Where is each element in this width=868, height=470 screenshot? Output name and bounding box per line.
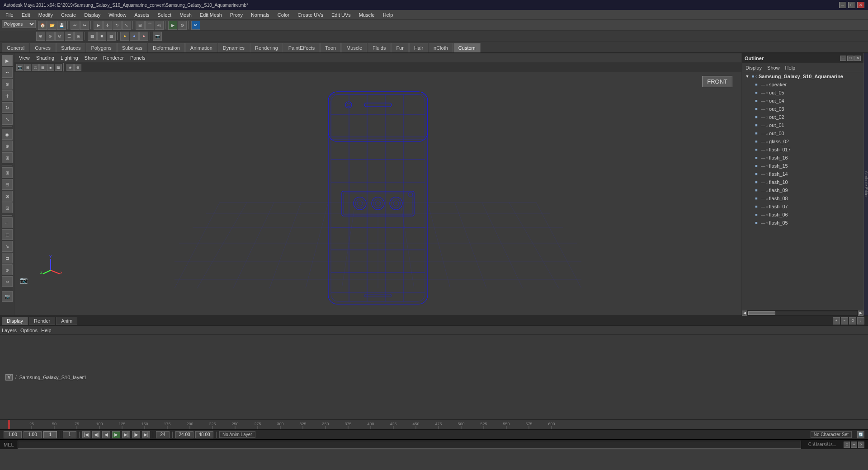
menu-help[interactable]: Help [379,11,397,19]
tab-polygons[interactable]: Polygons [86,43,116,52]
tab-muscle[interactable]: Muscle [341,43,367,52]
list-item-glass02[interactable]: ■ —○ glass_02 [742,137,863,146]
menu-muscle[interactable]: Muscle [355,11,378,19]
list-item-out01[interactable]: ■ —○ out_01 [742,121,863,129]
tab-anim[interactable]: Anim [56,317,77,325]
outliner-minimize[interactable]: ─ [840,56,846,61]
pb-next-key[interactable]: ▶| [122,431,130,438]
tb2-btn4[interactable]: ☰ [65,32,74,41]
tab-subdivas[interactable]: Subdivas [117,43,147,52]
tb-snap-curve[interactable]: ⌒ [145,21,154,30]
list-item-flash07[interactable]: ■ —○ flash_07 [742,202,863,211]
list-item-out05[interactable]: ■ —○ out_05 [742,89,863,97]
close-button[interactable]: ✕ [857,2,864,8]
playback-total-field[interactable] [195,431,213,438]
tb-move[interactable]: ✛ [103,21,112,30]
playback-range-end[interactable] [156,431,170,438]
pb-go-end[interactable]: ▶| [142,431,150,438]
list-item-out00[interactable]: ■ —○ out_00 [742,129,863,137]
vt-wireframe[interactable]: ▦ [39,64,47,71]
list-item-flash14[interactable]: ■ —○ flash_14 [742,170,863,178]
scroll-left-btn[interactable]: ◀ [742,310,747,316]
viewport-menu-shading[interactable]: Shading [33,55,57,61]
lt-select[interactable]: ▶ [2,55,13,66]
scroll-right-btn[interactable]: ▶ [858,310,863,316]
tb-undo[interactable]: ↩ [71,21,80,30]
vt-textured[interactable]: ▩ [55,64,62,71]
tb-select[interactable]: ▶ [94,21,103,30]
pb-go-start[interactable]: |◀ [82,431,90,438]
lo-help[interactable]: Help [41,328,52,333]
menu-create[interactable]: Create [57,11,80,19]
list-item-out03[interactable]: ■ —○ out_03 [742,105,863,113]
tb2-btn1[interactable]: ⊕ [36,32,45,41]
vt-solid[interactable]: ■ [47,64,54,71]
list-item-flash16[interactable]: ■ —○ flash_16 [742,154,863,162]
pb-prev-key[interactable]: ◀ [102,431,110,438]
lt-squash[interactable]: ⊐ [2,253,13,263]
lt-lasso[interactable]: ⊛ [2,79,13,89]
outliner-maximize[interactable]: □ [847,56,854,61]
menu-edit[interactable]: Edit [18,11,34,19]
viewport-menu-lighting[interactable]: Lighting [58,55,81,61]
vt-select-camera[interactable]: 📷 [16,64,24,71]
playback-range-start[interactable] [63,431,76,438]
tb2-btn5[interactable]: ⊞ [74,32,83,41]
tb2-wire[interactable]: ▦ [88,32,97,41]
tb-open[interactable]: 📂 [47,21,57,30]
tb2-light2[interactable]: ● [130,32,139,41]
viewport-menu-panels[interactable]: Panels [127,55,148,61]
lt-measure[interactable]: ⊠ [2,191,13,202]
tb-snap-grid[interactable]: ⊞ [136,21,145,30]
list-item-out02[interactable]: ■ —○ out_02 [742,113,863,121]
playback-end-field[interactable] [175,431,193,438]
tab-animation[interactable]: Animation [185,43,217,52]
lt-show-manip[interactable]: ⊞ [2,152,13,163]
list-item-flash017[interactable]: ■ —○ flash_017 [742,146,863,154]
list-item-flash09[interactable]: ■ —○ flash_09 [742,186,863,194]
minimize-button[interactable]: ─ [839,2,846,8]
no-anim-layer-label[interactable]: No Anim Layer [219,431,255,438]
lt-grid[interactable]: ⊞ [2,167,13,178]
menu-normals[interactable]: Normals [247,11,273,19]
polygon-selector[interactable]: Polygons [2,20,36,28]
outliner-menu-display[interactable]: Display [744,65,764,71]
tab-painteffects[interactable]: PaintEffects [283,43,320,52]
tab-ncloth[interactable]: nCloth [429,43,453,52]
list-item-flash06[interactable]: ■ —○ flash_06 [742,211,863,219]
viewport-menu-view[interactable]: View [16,55,33,61]
playback-frame-field[interactable] [43,431,57,438]
tab-toon[interactable]: Toon [320,43,341,52]
no-char-set-label[interactable]: No Character Set [811,431,852,438]
tab-surfaces[interactable]: Surfaces [56,43,85,52]
tb-render-settings[interactable]: ⚙ [178,21,187,30]
menu-edit-uvs[interactable]: Edit UVs [328,11,354,19]
outliner-hscrollbar[interactable]: ◀ ▶ [742,310,863,315]
tb2-light3[interactable]: ● [139,32,148,41]
tb2-light1[interactable]: ● [120,32,129,41]
lt-sine[interactable]: ∿ [2,241,13,252]
menu-color[interactable]: Color [274,11,293,19]
list-item-speaker[interactable]: ■ —○ speaker [742,80,863,89]
vt-snap[interactable]: ◎ [32,64,39,71]
outliner-menu-help[interactable]: Help [783,65,797,71]
tb-rotate[interactable]: ↻ [113,21,122,30]
tb-save[interactable]: 💾 [57,21,66,30]
tab-general[interactable]: General [2,43,29,52]
viewport[interactable]: View Shading Lighting Show Renderer Pane… [14,53,741,315]
outliner-close[interactable]: ✕ [854,56,861,61]
lt-paint[interactable]: ✒ [2,67,13,78]
taskbar-icon1[interactable]: □ [844,442,850,448]
tab-dynamics[interactable]: Dynamics [218,43,250,52]
tb2-solid[interactable]: ■ [97,32,106,41]
lt-annotate[interactable]: ⊡ [2,202,13,213]
tb2-camera[interactable]: 📷 [153,32,162,41]
menu-file[interactable]: File [2,11,17,19]
menu-select[interactable]: Select [154,11,175,19]
pb-step-back[interactable]: ◀| [92,431,100,438]
tab-curves[interactable]: Curves [30,43,56,52]
menu-assets[interactable]: Assets [131,11,153,19]
lt-move[interactable]: ✛ [2,90,13,101]
maximize-button[interactable]: □ [848,2,855,8]
lo-options[interactable]: Options [20,328,38,333]
